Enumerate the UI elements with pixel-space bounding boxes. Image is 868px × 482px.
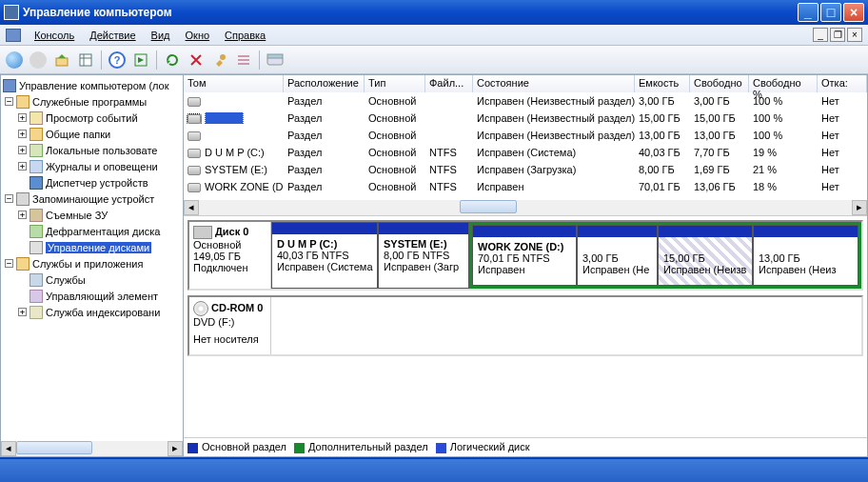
scroll-right-button[interactable]: ▸ <box>168 441 183 456</box>
volume-row[interactable]: РазделОсновнойИсправен (Неизвестный разд… <box>184 92 867 110</box>
toolbar: ? <box>0 46 868 74</box>
window-title: Управление компьютером <box>23 6 796 19</box>
maximize-button[interactable]: □ <box>820 3 841 22</box>
partition-3gb[interactable]: 3,00 ГБИсправен (Не <box>577 225 658 286</box>
volume-row[interactable]: WORK ZONE (D:)РазделОсновнойNTFSИсправен… <box>184 178 867 195</box>
menu-console[interactable]: Консоль <box>27 27 82 44</box>
volume-hscroll[interactable]: ◂ ▸ <box>184 200 867 215</box>
close-button[interactable]: × <box>843 3 864 22</box>
volume-row[interactable]: D U M P (C:)РазделОсновнойNTFSИсправен (… <box>184 144 867 161</box>
mmc-icon <box>6 29 21 42</box>
col-fs[interactable]: Файл... <box>425 75 473 92</box>
cdrom-row[interactable]: CD-ROM 0 DVD (F:) Нет носителя <box>187 295 863 356</box>
scroll-thumb[interactable] <box>16 441 92 454</box>
volume-list: Том Расположение Тип Файл... Состояние Е… <box>184 75 867 216</box>
svg-rect-8 <box>238 63 249 65</box>
disk0-info: Диск 0 Основной 149,05 ГБ Подключен <box>189 222 271 289</box>
col-free[interactable]: Свободно <box>690 75 749 92</box>
menu-action[interactable]: Действие <box>82 27 143 44</box>
svg-rect-10 <box>267 54 283 58</box>
tree-services-apps[interactable]: −Службы и приложения <box>1 255 183 271</box>
up-button[interactable] <box>51 50 72 70</box>
menu-window[interactable]: Окно <box>178 27 218 44</box>
col-pct[interactable]: Свободно % <box>749 75 818 92</box>
menu-help[interactable]: Справка <box>217 27 273 44</box>
tree[interactable]: Управление компьютером (лок −Служебные п… <box>1 75 183 441</box>
tree-storage[interactable]: −Запоминающие устройст <box>1 191 183 207</box>
partition-c[interactable]: D U M P (C:)40,03 ГБ NTFSИсправен (Систе… <box>271 222 378 289</box>
cdrom-info: CD-ROM 0 DVD (F:) Нет носителя <box>189 297 271 354</box>
tree-defrag[interactable]: Дефрагментация диска <box>1 223 183 239</box>
content-pane: Том Расположение Тип Файл... Состояние Е… <box>184 74 868 457</box>
tree-disk-mgmt[interactable]: Управление дисками <box>1 239 183 255</box>
help-button[interactable]: ? <box>107 50 128 70</box>
volume-row[interactable]: РазделОсновнойИсправен (Неизвестный разд… <box>184 127 867 144</box>
mdi-minimize-button[interactable]: _ <box>813 28 828 42</box>
svg-rect-0 <box>56 58 68 66</box>
action-button[interactable] <box>130 50 151 70</box>
partition-13gb[interactable]: 13,00 ГБИсправен (Неиз <box>753 225 858 286</box>
vol-scroll-left[interactable]: ◂ <box>184 200 199 215</box>
forward-button <box>28 50 49 70</box>
svg-rect-7 <box>238 59 249 61</box>
delete-button[interactable] <box>186 50 207 70</box>
menubar: Консоль Действие Вид Окно Справка _ ❐ × <box>0 25 868 46</box>
col-volume[interactable]: Том <box>184 75 284 92</box>
legend-logical: Логический диск <box>436 441 530 453</box>
properties-button[interactable] <box>75 50 96 70</box>
mdi-restore-button[interactable]: ❐ <box>830 28 845 42</box>
volume-header[interactable]: Том Расположение Тип Файл... Состояние Е… <box>184 75 867 92</box>
disk-icon <box>193 226 212 239</box>
legend-extended: Дополнительный раздел <box>294 441 428 453</box>
tree-removable[interactable]: +Съемные ЗУ <box>1 207 183 223</box>
tree-device-manager[interactable]: Диспетчер устройств <box>1 174 183 191</box>
col-state[interactable]: Состояние <box>473 75 635 92</box>
tree-shared-folders[interactable]: +Общие папки <box>1 126 183 142</box>
volume-row[interactable]: SYSTEM (E:)РазделОсновнойNTFSИсправен (З… <box>184 161 867 178</box>
tree-event-viewer[interactable]: +Просмотр событий <box>1 110 183 126</box>
refresh-button[interactable] <box>162 50 183 70</box>
legend-primary: Основной раздел <box>187 441 286 453</box>
tree-local-users[interactable]: +Локальные пользовате <box>1 142 183 158</box>
col-layout[interactable]: Расположение <box>284 75 365 92</box>
partition-d[interactable]: WORK ZONE (D:)70,01 ГБ NTFSИсправен <box>472 225 577 286</box>
tree-hscroll[interactable]: ◂ ▸ <box>1 441 183 456</box>
col-type[interactable]: Тип <box>365 75 425 92</box>
tree-services[interactable]: Службы <box>1 271 183 288</box>
partition-15gb[interactable]: 15,00 ГБИсправен (Неизв <box>658 225 753 286</box>
vol-scroll-right[interactable]: ▸ <box>852 200 867 215</box>
tree-root[interactable]: Управление компьютером (лок <box>1 77 183 93</box>
tree-system-tools[interactable]: −Служебные программы <box>1 93 183 110</box>
menu-view[interactable]: Вид <box>144 27 178 44</box>
volume-row[interactable]: РазделОсновнойИсправен (Неизвестный разд… <box>184 110 867 127</box>
tree-perf-logs[interactable]: +Журналы и оповещени <box>1 158 183 174</box>
svg-rect-6 <box>238 55 249 57</box>
disk-view-button[interactable] <box>265 50 286 70</box>
tree-indexing[interactable]: +Служба индексировани <box>1 304 183 320</box>
disk0-row[interactable]: Диск 0 Основной 149,05 ГБ Подключен D U … <box>187 220 863 291</box>
mdi-close-button[interactable]: × <box>847 28 862 42</box>
cdrom-icon <box>193 301 208 316</box>
legend: Основной раздел Дополнительный раздел Ло… <box>184 437 867 456</box>
settings-button[interactable] <box>209 50 230 70</box>
svg-rect-1 <box>80 54 91 66</box>
col-fault[interactable]: Отка: <box>818 75 867 92</box>
extended-partition: WORK ZONE (D:)70,01 ГБ NTFSИсправен 3,00… <box>469 222 861 289</box>
svg-point-5 <box>220 54 226 60</box>
app-icon <box>4 5 19 20</box>
minimize-button[interactable]: _ <box>798 3 819 22</box>
disk-graphical-view: Диск 0 Основной 149,05 ГБ Подключен D U … <box>184 216 867 437</box>
tree-pane: Управление компьютером (лок −Служебные п… <box>0 74 184 457</box>
partition-e[interactable]: SYSTEM (E:)8,00 ГБ NTFSИсправен (Загр <box>378 222 469 289</box>
titlebar: Управление компьютером _ □ × <box>0 0 868 25</box>
col-cap[interactable]: Емкость <box>635 75 690 92</box>
back-button[interactable] <box>4 50 25 70</box>
bottom-frame <box>0 459 868 482</box>
scroll-left-button[interactable]: ◂ <box>1 441 16 456</box>
vol-scroll-thumb[interactable] <box>460 200 517 213</box>
list-view-button[interactable] <box>233 50 254 70</box>
tree-wmi[interactable]: Управляющий элемент <box>1 288 183 304</box>
